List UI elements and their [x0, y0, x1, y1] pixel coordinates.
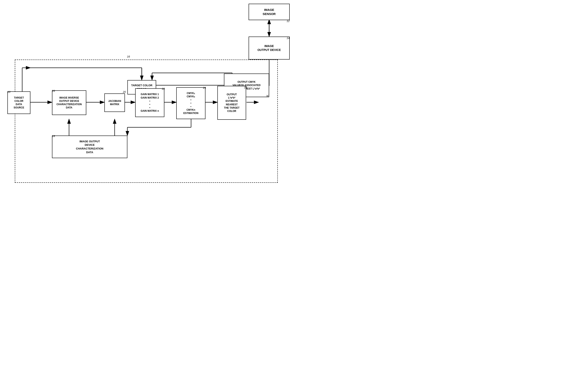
- image-output-device-label: IMAGE OUTPUT DEVICE: [257, 44, 281, 52]
- image-sensor-label: IMAGE SENSOR: [263, 8, 275, 16]
- box-image-output-device-char: IMAGE OUTPUT DEVICE CHARACTERIZATION DAT…: [52, 136, 127, 158]
- box-image-inverse: IMAGE INVERSE OUTPUT DEVICE CHARACTERIZA…: [52, 90, 86, 115]
- label-30: 30: [266, 95, 269, 98]
- cmyk-estimation-label: CMYK₁ CMYK₂ • • • CMYKn ESTIMATION: [183, 92, 198, 115]
- label-28: 28: [244, 86, 247, 89]
- label-18: 18: [52, 135, 55, 138]
- box-output-lab: OUTPUT L*a*b* ESTIMATE NEAREST THE TARGE…: [217, 86, 246, 120]
- label-12: 12: [287, 20, 290, 22]
- diagram-container: 16 IMAGE SENSOR 12 IMAGE OUTPUT DEVICE 1…: [0, 0, 294, 191]
- label-20: 20: [123, 90, 126, 93]
- box-image-output-device: IMAGE OUTPUT DEVICE: [249, 37, 290, 60]
- label-10: 10: [7, 90, 10, 93]
- target-color-data-source-label: TARGET COLOR DATA SOURCE: [14, 96, 24, 109]
- box-jacobian-matrix: JACOBIAN MATRIX: [104, 93, 125, 112]
- gain-matrix-label: GAIN MATRIX 1 GAIN MATRIX 2 • • • GAIN M…: [141, 93, 159, 113]
- box-image-sensor: IMAGE SENSOR: [249, 4, 290, 20]
- box-target-color-data-source: TARGET COLOR DATA SOURCE: [7, 91, 30, 114]
- box-cmyk-estimation: CMYK₁ CMYK₂ • • • CMYKn ESTIMATION: [176, 87, 206, 119]
- image-inverse-label: IMAGE INVERSE OUTPUT DEVICE CHARACTERIZA…: [57, 96, 82, 109]
- image-output-device-char-label: IMAGE OUTPUT DEVICE CHARACTERIZATION DAT…: [76, 140, 103, 154]
- label-26: 26: [52, 89, 55, 92]
- label-16: 16: [127, 55, 130, 58]
- label-24: 24: [203, 86, 206, 89]
- label-14: 14: [287, 37, 290, 40]
- box-gain-matrix: GAIN MATRIX 1 GAIN MATRIX 2 • • • GAIN M…: [135, 88, 164, 117]
- output-lab-label: OUTPUT L*a*b* ESTIMATE NEAREST THE TARGE…: [224, 93, 240, 113]
- label-22: 22: [162, 87, 165, 90]
- jacobian-matrix-label: JACOBIAN MATRIX: [108, 100, 121, 106]
